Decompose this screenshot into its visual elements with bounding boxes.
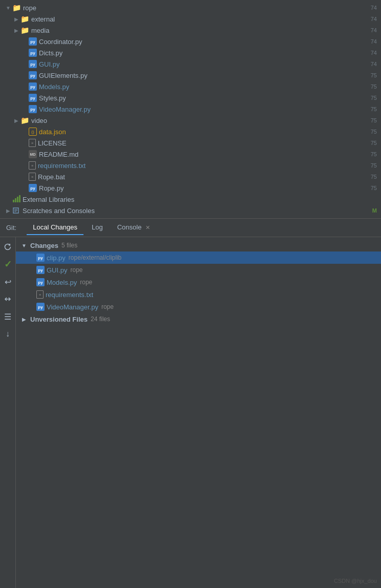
- line-number: 75: [361, 106, 377, 112]
- tree-item-styles[interactable]: ▶ py Styles.py 75: [0, 92, 381, 103]
- file-icon: ≡: [36, 290, 44, 299]
- tree-item-label: GUIElements.py: [39, 72, 361, 79]
- file-icon: ≡: [29, 173, 36, 181]
- tree-item-videomanager[interactable]: ▶ py VideoManager.py 75: [0, 103, 381, 115]
- change-filename: clip.py: [47, 254, 66, 262]
- change-item-clip[interactable]: py clip.py rope/external/cliplib: [16, 251, 381, 264]
- git-changes-list: ▼ Changes 5 files py clip.py rope/extern…: [16, 237, 381, 588]
- py-icon: py: [29, 184, 37, 192]
- svg-rect-3: [19, 195, 20, 202]
- change-item-models[interactable]: py Models.py rope: [16, 276, 381, 288]
- refresh-icon[interactable]: [2, 241, 13, 253]
- tree-item-label: Rope.py: [39, 184, 361, 192]
- tree-item-video[interactable]: ▶ 📁 video 75: [0, 115, 381, 126]
- git-label: Git:: [4, 224, 18, 232]
- revert-icon[interactable]: ↩: [2, 276, 13, 287]
- py-icon: py: [29, 49, 37, 57]
- line-number: 75: [361, 185, 377, 191]
- svg-rect-1: [15, 198, 16, 202]
- line-number: 74: [361, 61, 377, 67]
- git-panel: Git: Local Changes Log Console ✕ ✓ ↩: [0, 219, 381, 588]
- svg-rect-0: [13, 200, 14, 202]
- py-icon: py: [36, 303, 45, 311]
- tree-item-scratches[interactable]: ▶ Scratches and Consoles M: [0, 205, 381, 216]
- tree-item-dicts[interactable]: ▶ py Dicts.py 74: [0, 47, 381, 58]
- tree-item-label: Styles.py: [39, 94, 361, 102]
- tree-item-extlibs[interactable]: ▶ External Libraries: [0, 194, 381, 205]
- chevron-icon: ▶: [4, 206, 12, 215]
- changes-section-label: Changes: [30, 242, 58, 249]
- line-number: 75: [361, 140, 377, 146]
- file-icon: ≡: [29, 139, 36, 147]
- unversioned-chevron-icon: ▶: [20, 315, 28, 323]
- tree-item-rope[interactable]: ▼ 📁 rope 74: [0, 2, 381, 13]
- tree-item-label: README.md: [39, 151, 361, 158]
- git-content-area: ✓ ↩ ☰ ↓ ▼ Changes 5 files: [0, 237, 381, 588]
- checkmark-icon[interactable]: ✓: [2, 259, 13, 270]
- tree-item-requirements[interactable]: ▶ ≡ requirements.txt 75: [0, 160, 381, 171]
- line-number: 74: [361, 50, 377, 56]
- change-item-videomanager[interactable]: py VideoManager.py rope: [16, 301, 381, 313]
- tree-item-label: Coordinator.py: [39, 38, 361, 46]
- tree-item-external[interactable]: ▶ 📁 external 74: [0, 13, 381, 25]
- line-number: M: [361, 207, 377, 214]
- tree-item-license[interactable]: ▶ ≡ LICENSE 75: [0, 137, 381, 149]
- tab-console-label: Console: [117, 223, 142, 231]
- change-path: rope: [80, 279, 92, 286]
- git-tab-bar: Git: Local Changes Log Console ✕: [0, 219, 381, 237]
- tree-item-label: Dicts.py: [39, 49, 361, 57]
- change-filename: Models.py: [47, 279, 77, 286]
- tree-item-label: Rope.bat: [38, 173, 361, 181]
- tree-item-label: requirements.txt: [38, 162, 361, 170]
- tab-close-icon[interactable]: ✕: [145, 224, 150, 230]
- line-number: 75: [361, 129, 377, 135]
- line-number: 75: [361, 83, 377, 90]
- main-container: ▼ 📁 rope 74 ▶ 📁 external 74 ▶ 📁 media 74: [0, 0, 381, 588]
- py-icon: py: [36, 278, 45, 286]
- update-icon[interactable]: [2, 293, 13, 305]
- py-icon: py: [29, 37, 37, 46]
- change-filename: VideoManager.py: [47, 303, 98, 311]
- py-icon: py: [29, 94, 37, 102]
- change-item-requirements[interactable]: ≡ requirements.txt: [16, 288, 381, 301]
- tree-item-label: External Libraries: [23, 196, 377, 203]
- unversioned-section-header[interactable]: ▶ Unversioned Files 24 files: [16, 313, 381, 325]
- commit-message-icon[interactable]: ☰: [2, 311, 13, 322]
- change-filename: requirements.txt: [46, 291, 93, 299]
- tree-item-guielements[interactable]: ▶ py GUIElements.py 75: [0, 70, 381, 81]
- tree-item-label: LICENSE: [38, 139, 361, 147]
- chevron-icon: ▶: [12, 26, 20, 34]
- watermark: CSDN @hjx_dou: [334, 578, 377, 584]
- tree-item-readme[interactable]: ▶ MD README.md 75: [0, 149, 381, 160]
- tree-item-label: media: [31, 27, 361, 34]
- tree-item-ropebat[interactable]: ▶ ≡ Rope.bat 75: [0, 171, 381, 182]
- line-number: 74: [361, 27, 377, 33]
- tab-console[interactable]: Console ✕: [111, 220, 156, 235]
- git-toolbar: ✓ ↩ ☰ ↓: [0, 237, 16, 588]
- chevron-icon: ▶: [12, 116, 20, 124]
- line-number: 75: [361, 151, 377, 157]
- changes-section-header[interactable]: ▼ Changes 5 files: [16, 239, 381, 251]
- folder-icon: 📁: [20, 15, 29, 23]
- tree-item-coordinator[interactable]: ▶ py Coordinator.py 74: [0, 36, 381, 47]
- md-icon: MD: [29, 150, 37, 158]
- tab-log[interactable]: Log: [86, 220, 109, 235]
- line-number: 75: [361, 72, 377, 78]
- tree-item-gui[interactable]: ▶ py GUI.py 74: [0, 58, 381, 70]
- push-down-icon[interactable]: ↓: [2, 328, 13, 340]
- line-number: 75: [361, 162, 377, 169]
- tree-item-label: Scratches and Consoles: [23, 207, 361, 215]
- change-item-gui[interactable]: py GUI.py rope: [16, 264, 381, 276]
- tree-item-models[interactable]: ▶ py Models.py 75: [0, 81, 381, 92]
- unversioned-section-count: 24 files: [91, 316, 110, 323]
- tree-item-ropepy[interactable]: ▶ py Rope.py 75: [0, 182, 381, 194]
- tab-local-changes[interactable]: Local Changes: [27, 220, 83, 235]
- file-tree: ▼ 📁 rope 74 ▶ 📁 external 74 ▶ 📁 media 74: [0, 0, 381, 218]
- tree-item-datajson[interactable]: ▶ {} data.json 75: [0, 126, 381, 137]
- line-number: 75: [361, 95, 377, 101]
- tree-item-media[interactable]: ▶ 📁 media 74: [0, 25, 381, 36]
- changes-section-count: 5 files: [61, 242, 77, 249]
- line-number: 75: [361, 117, 377, 123]
- py-icon: py: [29, 105, 37, 113]
- extlibs-icon: [12, 195, 20, 204]
